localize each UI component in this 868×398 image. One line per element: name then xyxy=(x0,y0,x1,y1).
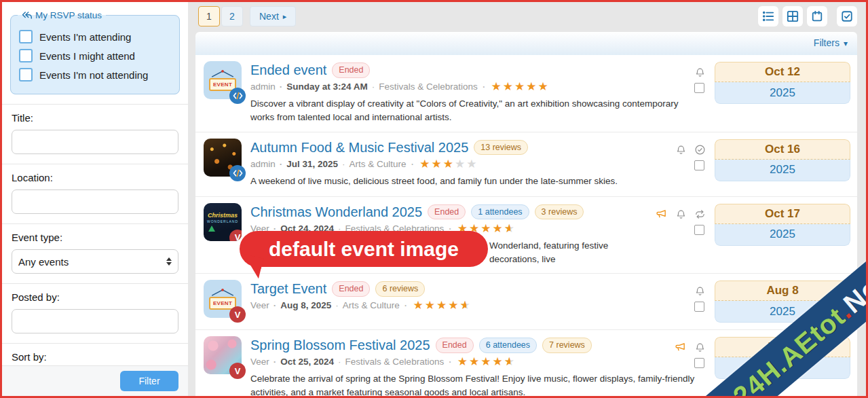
reviews-badge[interactable]: 7 reviews xyxy=(542,338,592,352)
check-circle-icon[interactable] xyxy=(694,144,706,156)
select-event-checkbox[interactable] xyxy=(694,160,704,170)
reviews-badge[interactable]: 13 reviews xyxy=(474,140,528,155)
event-category[interactable]: Festivals & Celebrations xyxy=(368,82,478,92)
event-year: 2025 xyxy=(715,82,850,104)
filter-button[interactable]: Filter xyxy=(120,371,178,391)
rsvp-option-label: Events I might attend xyxy=(39,50,135,62)
event-title[interactable]: Christmas Wonderland 2025 xyxy=(250,204,422,220)
filters-toggle[interactable]: Filters xyxy=(814,37,848,48)
rating-stars: ★★★★★★ xyxy=(444,356,516,367)
rating-stars: ★★★★★ xyxy=(478,81,550,92)
event-type-select[interactable]: Any events xyxy=(12,249,178,274)
event-author[interactable]: admin xyxy=(250,82,276,92)
event-year: 2025 xyxy=(715,160,850,181)
event-author[interactable]: Veer xyxy=(250,300,269,310)
ended-badge: Ended xyxy=(436,338,474,352)
select-event-checkbox[interactable] xyxy=(694,225,704,235)
rating-stars: ★★★★★★ xyxy=(400,300,472,311)
event-post-date: Oct 25, 2024 xyxy=(269,357,334,367)
title-input[interactable] xyxy=(12,130,178,154)
event-title[interactable]: Spring Blossom Festival 2025 xyxy=(250,338,430,353)
rsvp-option-not-attending[interactable]: Events I'm not attending xyxy=(19,68,171,82)
event-row: EVENT Ended event Ended admin Sunday at … xyxy=(195,55,857,132)
event-date-box: Oct 16 2025 xyxy=(715,139,850,181)
checkbox-attending[interactable] xyxy=(19,30,33,43)
location-input[interactable] xyxy=(12,189,178,214)
event-author[interactable]: admin xyxy=(250,159,276,169)
event-actions xyxy=(646,280,706,323)
event-day: Oct 17 xyxy=(715,204,850,224)
event-post-date: Sunday at 3:24 AM xyxy=(276,82,368,92)
event-title[interactable]: Autumn Food & Music Festival 2025 xyxy=(250,140,468,156)
sign-hanger-icon xyxy=(209,69,236,78)
event-author[interactable]: Veer xyxy=(250,357,269,367)
bell-icon[interactable] xyxy=(694,67,706,78)
pagination: 1 2 Next xyxy=(198,6,296,26)
attendees-badge[interactable]: 1 attendees xyxy=(471,204,529,219)
event-category[interactable]: Arts & Culture xyxy=(331,300,400,310)
title-label: Title: xyxy=(12,112,178,124)
tree-icon xyxy=(208,225,215,232)
ended-badge: Ended xyxy=(332,281,370,296)
veer-avatar: V xyxy=(229,306,246,323)
checkbox-not-attending[interactable] xyxy=(19,68,33,82)
select-multiple-button[interactable] xyxy=(837,6,857,26)
checkbox-might-attend[interactable] xyxy=(19,49,33,62)
event-description: A weekend of live music, delicious stree… xyxy=(250,175,637,188)
attendees-badge[interactable]: 6 attendees xyxy=(479,338,537,352)
rating-stars: ★★★★★ xyxy=(407,158,478,170)
rsvp-legend: My RSVP status xyxy=(18,10,106,20)
location-filter-section: Location: xyxy=(2,164,188,223)
event-actions xyxy=(646,61,706,125)
veer-avatar: V xyxy=(229,230,242,241)
event-year: 2025 xyxy=(715,224,850,246)
grid-view-icon xyxy=(787,10,799,22)
event-title[interactable]: Ended event xyxy=(250,62,326,78)
sidebar-footer: Filter xyxy=(2,365,188,396)
sort-label: Sort by: xyxy=(12,351,178,363)
list-view-button[interactable] xyxy=(758,6,778,26)
calendar-view-button[interactable] xyxy=(807,6,827,26)
annotation-text: default event image xyxy=(269,238,459,261)
event-thumbnail-photo[interactable]: Christmas WONDERLAND V xyxy=(204,203,242,241)
event-thumbnail-default[interactable]: EVENT V xyxy=(204,280,242,318)
top-toolbar: 1 2 Next xyxy=(195,6,857,28)
posted-by-input[interactable] xyxy=(12,309,178,333)
event-description: Celebrate the arrival of spring at the S… xyxy=(250,372,711,398)
bell-icon[interactable] xyxy=(694,342,706,353)
event-thumbnail-photo[interactable] xyxy=(204,139,242,177)
bell-icon[interactable] xyxy=(675,144,687,156)
event-thumbnail-default[interactable]: EVENT xyxy=(204,61,242,99)
event-post-date: Jul 31, 2025 xyxy=(276,159,338,169)
thumb-caption: Christmas xyxy=(208,213,238,219)
event-category[interactable]: Arts & Culture xyxy=(338,159,407,169)
bell-icon[interactable] xyxy=(675,209,687,220)
select-event-checkbox[interactable] xyxy=(694,358,704,368)
page-1-current[interactable]: 1 xyxy=(198,6,220,26)
event-type-label: Event type: xyxy=(12,232,178,243)
grid-view-button[interactable] xyxy=(782,6,803,26)
event-post-date: Aug 8, 2025 xyxy=(269,300,332,310)
posted-by-label: Posted by: xyxy=(12,291,178,303)
reviews-badge[interactable]: 3 reviews xyxy=(535,204,584,219)
reviews-badge[interactable]: 6 reviews xyxy=(375,281,425,296)
rsvp-option-label: Events I'm not attending xyxy=(39,69,148,81)
event-type-value: Any events xyxy=(18,256,69,268)
page-2-link[interactable]: 2 xyxy=(221,6,243,26)
event-actions xyxy=(646,203,706,267)
bell-icon[interactable] xyxy=(694,285,706,297)
select-event-checkbox[interactable] xyxy=(694,302,704,312)
filter-sidebar: My RSVP status Events I'm attending Even… xyxy=(2,2,188,396)
next-page-button[interactable]: Next xyxy=(250,6,296,26)
event-day: Oct 16 xyxy=(715,139,850,160)
event-title[interactable]: Target Event xyxy=(250,281,326,297)
rsvp-option-might-attend[interactable]: Events I might attend xyxy=(19,49,171,62)
event-category[interactable]: Festivals & Celebrations xyxy=(334,357,444,367)
event-thumbnail-photo[interactable]: V xyxy=(204,336,242,374)
calendar-icon xyxy=(811,10,823,22)
rsvp-option-attending[interactable]: Events I'm attending xyxy=(19,30,171,43)
select-event-checkbox[interactable] xyxy=(694,83,704,93)
event-row: Autumn Food & Music Festival 2025 13 rev… xyxy=(195,132,857,196)
checked-checkbox-icon xyxy=(841,10,853,22)
rsvp-option-label: Events I'm attending xyxy=(39,31,131,43)
